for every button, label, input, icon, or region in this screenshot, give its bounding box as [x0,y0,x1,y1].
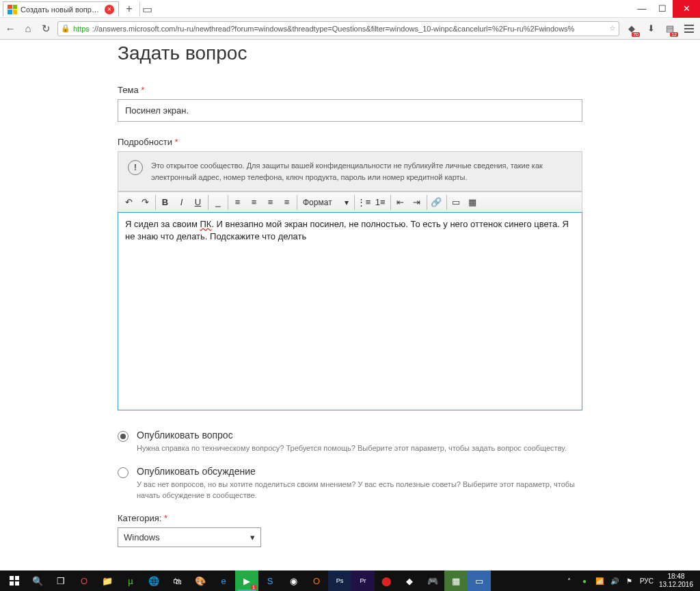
details-label: Подробности * [118,137,582,147]
radio-desc: У вас нет вопросов, но вы хотите поделит… [137,480,582,501]
theme-input[interactable] [118,99,582,122]
taskbar-utorrent-icon[interactable]: µ [119,570,142,591]
taskbar-paint-icon[interactable]: 🎨 [189,570,212,591]
format-dropdown[interactable]: Формат▾ [299,198,353,207]
link-button[interactable]: 🔗 [429,194,445,211]
svg-rect-0 [10,576,14,580]
taskbar-store-icon[interactable]: 🛍 [165,570,189,591]
taskbar-skype-icon[interactable]: S [258,570,282,591]
page-title: Задать вопрос [118,42,582,64]
system-tray: ˄ ● 📶 🔊 ⚑ РУС 18:48 13.12.2016 [565,573,697,589]
number-list-button[interactable]: 1≡ [373,194,389,211]
svg-rect-3 [15,581,19,586]
radio-desc: Нужна справка по техническому вопросу? Т… [137,443,567,454]
maximize-button[interactable]: ☐ [652,0,673,18]
bullet-list-button[interactable]: ⋮≡ [356,194,373,211]
tray-language[interactable]: РУС [640,577,654,585]
tab-title: Создать новый вопрос ил [21,5,101,14]
tray-volume-icon[interactable]: 🔊 [610,576,619,586]
minimize-button[interactable]: — [632,0,652,18]
extension-adblock-icon[interactable]: ◆70 [625,22,638,36]
taskbar-app-icon[interactable]: ▶1 [235,570,258,591]
tray-cloud-icon[interactable]: ● [580,576,589,586]
radio-icon [118,467,129,478]
taskbar-chrome-icon[interactable]: 🌐 [142,570,165,591]
lock-icon: 🔒 [61,24,70,33]
radio-icon [118,431,129,442]
radio-publish-discussion[interactable]: Опубликовать обсуждение У вас нет вопрос… [118,466,582,501]
page-content: Задать вопрос Тема * Подробности * ! Это… [0,40,700,570]
back-button[interactable]: ← [4,23,16,35]
svg-rect-2 [10,581,14,586]
align-justify-button[interactable]: ≡ [279,194,295,211]
close-window-button[interactable]: ✕ [673,0,700,18]
tab-strip: Создать новый вопрос ил × + ▭ [0,0,618,18]
underline-button[interactable]: U [190,194,206,211]
svg-rect-1 [15,576,19,580]
tab-menu-button[interactable]: ▭ [139,1,154,16]
tray-network-icon[interactable]: 📶 [595,576,604,586]
taskbar-app3-icon[interactable]: ▭ [468,570,491,591]
align-left-button[interactable]: ≡ [230,194,246,211]
bold-button[interactable]: B [157,194,174,211]
browser-menu-button[interactable] [682,25,696,33]
align-right-button[interactable]: ≡ [262,194,279,211]
notice-text: Это открытое сообщество. Для защиты ваше… [151,160,572,183]
tray-battery-icon[interactable]: ⚑ [625,576,634,586]
taskbar-origin-icon[interactable]: O [305,570,328,591]
privacy-notice: ! Это открытое сообщество. Для защиты ва… [118,151,582,192]
tray-chevron-icon[interactable]: ˄ [565,576,574,586]
indent-button[interactable]: ⇥ [409,194,425,211]
start-button[interactable] [3,570,26,591]
outdent-button[interactable]: ⇤ [392,194,409,211]
url-text: ://answers.microsoft.com/ru-ru/newthread… [92,25,606,33]
redo-button[interactable]: ↷ [137,194,154,211]
taskbar-premiere-icon[interactable]: Pr [351,570,375,591]
info-icon: ! [128,160,143,175]
star-icon[interactable]: ☆ [609,24,616,33]
taskbar: 🔍 ❐ O 📁 µ 🌐 🛍 🎨 e ▶1 S ◉ O Ps Pr ⬤ ◆ 🎮 ▦… [0,570,700,591]
taskbar-photoshop-icon[interactable]: Ps [328,570,351,591]
radio-title: Опубликовать вопрос [137,430,567,441]
category-select[interactable]: Windows▾ [118,527,261,547]
microsoft-favicon [8,5,17,14]
tray-clock[interactable]: 18:48 13.12.2016 [659,573,693,589]
search-button[interactable]: 🔍 [26,570,49,591]
extension-feed-icon[interactable]: ▤12 [663,22,677,36]
url-input[interactable]: 🔒 https ://answers.microsoft.com/ru-ru/n… [57,21,619,36]
details-editor[interactable]: Я сидел за своим ПК. И внезапно мой экра… [118,212,582,410]
url-protocol: https [73,25,90,33]
reload-button[interactable]: ↻ [40,23,52,35]
editor-toolbar: ↶ ↷ B I U ⎯ ≡ ≡ ≡ ≡ Формат▾ ⋮≡ 1≡ ⇤ ⇥ 🔗 … [118,192,582,212]
browser-tab[interactable]: Создать новый вопрос ил × [3,1,119,16]
taskbar-edge-icon[interactable]: e [212,570,235,591]
italic-button[interactable]: I [174,194,190,211]
home-button[interactable]: ⌂ [22,23,34,35]
chevron-down-icon: ▾ [250,532,255,542]
taskbar-minecraft-icon[interactable]: ▦ [444,570,468,591]
table-button[interactable]: ▦ [465,194,481,211]
undo-button[interactable]: ↶ [121,194,137,211]
category-label: Категория: * [118,513,582,523]
taskbar-explorer-icon[interactable]: 📁 [96,570,119,591]
radio-title: Опубликовать обсуждение [137,466,582,477]
strike-button[interactable]: ⎯ [210,194,226,211]
extension-download-icon[interactable]: ⬇ [644,22,658,36]
radio-publish-question[interactable]: Опубликовать вопрос Нужна справка по тех… [118,430,582,454]
taskview-button[interactable]: ❐ [49,570,72,591]
align-center-button[interactable]: ≡ [246,194,262,211]
theme-label: Тема * [118,85,582,95]
taskbar-record-icon[interactable]: ⬤ [375,570,398,591]
image-button[interactable]: ▭ [448,194,465,211]
taskbar-app2-icon[interactable]: ◆ [398,570,421,591]
new-tab-button[interactable]: + [122,1,137,16]
taskbar-game-icon[interactable]: 🎮 [421,570,444,591]
tab-close-icon[interactable]: × [105,5,114,14]
taskbar-opera-icon[interactable]: O [72,570,96,591]
taskbar-steam-icon[interactable]: ◉ [282,570,305,591]
address-bar: ← ⌂ ↻ 🔒 https ://answers.microsoft.com/r… [0,18,700,40]
